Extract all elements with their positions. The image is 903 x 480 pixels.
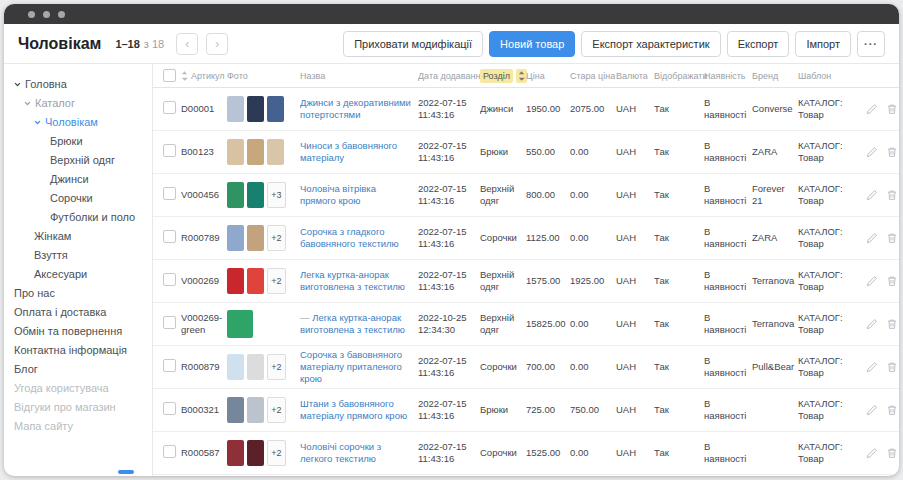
product-name-link[interactable]: Чоловіча вітрівка прямого крою [300, 183, 376, 206]
product-photo[interactable] [247, 139, 264, 165]
sidebar-item-catalog[interactable]: Каталог [4, 93, 152, 112]
scrollbar-thumb[interactable] [118, 470, 134, 474]
delete-button[interactable] [886, 447, 898, 459]
column-header-section[interactable]: Розділ [480, 69, 513, 83]
select-all-checkbox[interactable] [163, 69, 176, 82]
product-photo[interactable] [247, 96, 264, 122]
export-button[interactable]: Експорт [727, 31, 790, 57]
new-product-button[interactable]: Новий товар [489, 31, 575, 57]
delete-button[interactable] [886, 103, 898, 115]
product-photo[interactable] [227, 96, 244, 122]
product-name-link[interactable]: Легка куртка-анорак виготовлена з тексти… [300, 269, 405, 292]
sidebar-item-tshirts-polo[interactable]: Футболки и поло [4, 207, 152, 226]
sidebar-item-user-agreement[interactable]: Угода користувача [4, 378, 152, 397]
delete-button[interactable] [886, 404, 898, 416]
product-photo[interactable] [227, 310, 253, 338]
sidebar-item-blog[interactable]: Блог [4, 359, 152, 378]
window-zoom-button[interactable] [58, 11, 65, 18]
edit-button[interactable] [866, 361, 878, 373]
row-checkbox[interactable] [163, 445, 176, 458]
column-header-name[interactable]: Назва [300, 71, 325, 81]
product-photo[interactable] [227, 397, 244, 423]
sidebar-item-about[interactable]: Про нас [4, 283, 152, 302]
delete-button[interactable] [886, 232, 898, 244]
product-photo[interactable] [247, 354, 264, 380]
more-photos-badge[interactable]: +3 [267, 182, 286, 208]
product-photo[interactable] [247, 182, 264, 208]
window-close-button[interactable] [28, 11, 35, 18]
sidebar-item-shirts[interactable]: Сорочки [4, 188, 152, 207]
product-name-link[interactable]: Сорочка з гладкого бавовняного текстилю [300, 226, 399, 249]
sidebar-item-contacts[interactable]: Контактна інформація [4, 340, 152, 359]
product-photo[interactable] [227, 268, 244, 294]
product-name-link[interactable]: Чиноси з бавовняного матеріалу [300, 140, 397, 163]
edit-button[interactable] [866, 189, 878, 201]
product-photo[interactable] [267, 96, 284, 122]
export-characteristics-button[interactable]: Експорт характеристик [581, 31, 720, 57]
edit-button[interactable] [866, 103, 878, 115]
import-button[interactable]: Імпорт [795, 31, 851, 57]
next-page-button[interactable]: › [206, 33, 228, 55]
row-checkbox[interactable] [163, 316, 176, 329]
column-header-photo[interactable]: Фото [227, 71, 248, 81]
more-button[interactable]: ··· [857, 31, 885, 57]
sidebar-item-outerwear[interactable]: Верхній одяг [4, 150, 152, 169]
column-header-currency[interactable]: Валюта [616, 71, 648, 81]
sidebar-item-men[interactable]: Чоловікам [4, 112, 152, 131]
product-name-link[interactable]: Сорочка з бавовняного матеріалу притален… [300, 349, 402, 384]
delete-button[interactable] [886, 275, 898, 287]
row-checkbox[interactable] [163, 144, 176, 157]
edit-button[interactable] [866, 232, 878, 244]
column-header-brand[interactable]: Бренд [752, 71, 778, 81]
row-checkbox[interactable] [163, 187, 176, 200]
delete-button[interactable] [886, 318, 898, 330]
more-photos-badge[interactable]: +2 [267, 354, 286, 380]
sort-arrows-icon[interactable] [181, 71, 188, 81]
product-photo[interactable] [247, 225, 264, 251]
delete-button[interactable] [886, 361, 898, 373]
column-header-template[interactable]: Шаблон [798, 71, 831, 81]
sidebar-item-pants[interactable]: Брюки [4, 131, 152, 150]
delete-button[interactable] [886, 146, 898, 158]
row-checkbox[interactable] [163, 359, 176, 372]
row-checkbox[interactable] [163, 402, 176, 415]
product-photo[interactable] [247, 440, 264, 466]
sidebar-item-jeans[interactable]: Джинси [4, 169, 152, 188]
edit-button[interactable] [866, 146, 878, 158]
sidebar-item-store-reviews[interactable]: Відгуки про магазин [4, 397, 152, 416]
prev-page-button[interactable]: ‹ [176, 33, 198, 55]
sidebar-item-payment-delivery[interactable]: Оплата і доставка [4, 302, 152, 321]
column-header-price[interactable]: Ціна [526, 71, 545, 81]
more-photos-badge[interactable]: +2 [267, 440, 286, 466]
row-checkbox[interactable] [163, 230, 176, 243]
product-name-link[interactable]: Чоловічі сорочки з легкого текстилю [300, 441, 381, 464]
edit-button[interactable] [866, 447, 878, 459]
product-photo[interactable] [227, 354, 244, 380]
column-header-date[interactable]: Дата додавання [418, 71, 485, 81]
product-name-link[interactable]: Легка куртка-анорак виготовлена з тексти… [300, 312, 405, 335]
edit-button[interactable] [866, 275, 878, 287]
column-header-availability[interactable]: Наявність [704, 71, 745, 81]
product-photo[interactable] [227, 182, 244, 208]
column-header-sku[interactable]: Артикул [191, 71, 225, 81]
sidebar-item-exchange-return[interactable]: Обмін та повернення [4, 321, 152, 340]
more-photos-badge[interactable]: +2 [267, 225, 286, 251]
product-photo[interactable] [227, 139, 244, 165]
edit-button[interactable] [866, 318, 878, 330]
sidebar-item-shoes[interactable]: Взуття [4, 245, 152, 264]
sidebar-item-women[interactable]: Жінкам [4, 226, 152, 245]
hide-modifications-button[interactable]: Приховати модифікації [343, 31, 483, 57]
window-minimize-button[interactable] [43, 11, 50, 18]
product-photo[interactable] [227, 440, 244, 466]
more-photos-badge[interactable]: +2 [267, 268, 286, 294]
product-photo[interactable] [267, 139, 284, 165]
product-photo[interactable] [227, 225, 244, 251]
product-name-link[interactable]: Джинси з декоративними потертостями [300, 97, 411, 120]
product-photo[interactable] [247, 268, 264, 294]
more-photos-badge[interactable]: +2 [267, 397, 286, 423]
product-photo[interactable] [247, 397, 264, 423]
edit-button[interactable] [866, 404, 878, 416]
delete-button[interactable] [886, 189, 898, 201]
sidebar-item-home[interactable]: Головна [4, 74, 152, 93]
column-header-old_price[interactable]: Стара ціна [570, 71, 615, 81]
